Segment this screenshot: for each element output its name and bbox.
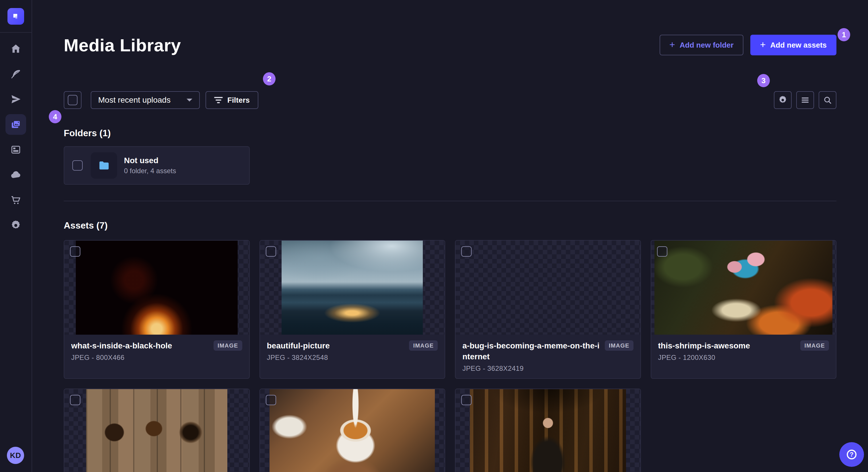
sidebar-item-marketplace[interactable] [5,190,26,210]
asset-card[interactable]: what-s-inside-a-black-hole JPEG - 800X46… [64,240,250,379]
asset-thumbnail [64,389,249,472]
help-icon: ? [847,450,857,460]
sidebar-item-media-library[interactable] [5,114,26,135]
asset-image-code-laptop [477,241,619,335]
asset-text: beautiful-picture JPEG - 3824X2548 [267,340,334,362]
header-actions: + Add new folder + Add new assets [660,35,836,55]
annotation-badge-2: 2 [263,72,276,86]
asset-image-coffee-art [270,389,435,472]
content-icon [10,144,22,156]
sidebar-item-deploy[interactable] [5,165,26,185]
sidebar: KD [0,0,32,472]
paper-plane-icon [10,94,22,105]
strapi-logo[interactable] [7,8,24,25]
asset-image-black-hole [76,241,238,335]
assets-grid: what-s-inside-a-black-hole JPEG - 800X46… [64,240,836,472]
add-new-assets-label: Add new assets [770,41,827,49]
sidebar-item-content-manager[interactable] [5,139,26,160]
asset-image-mountains [282,241,423,335]
asset-card[interactable]: coffee-beans JPEG - 5021X3347 IMAGE [64,389,250,472]
assets-heading: Assets (7) [64,220,836,231]
sidebar-item-releases[interactable] [5,89,26,109]
asset-card[interactable]: coffee-art JPEG - 5824X3259 IMAGE [259,389,445,472]
asset-type-badge: IMAGE [409,340,438,351]
user-avatar[interactable]: KD [7,447,24,464]
search-button[interactable] [818,91,836,109]
asset-card[interactable]: the-internet-s-own-boy JPEG - 1200X707 I… [455,389,641,472]
asset-card[interactable]: this-shrimp-is-awesome JPEG - 1200X630 I… [651,240,837,379]
asset-checkbox[interactable] [461,395,472,405]
list-view-icon [801,96,810,105]
asset-name: beautiful-picture [267,340,334,351]
plus-icon: + [670,40,675,49]
plus-icon: + [760,40,766,49]
folder-tile [91,152,117,179]
add-new-assets-button[interactable]: + Add new assets [750,35,836,55]
view-options [774,91,836,109]
filter-icon [214,97,223,103]
sort-select[interactable]: Most recent uploads [91,91,200,109]
annotation-badge-1: 1 [838,28,850,41]
folder-detail: 0 folder, 4 assets [124,167,176,175]
asset-type-badge: IMAGE [605,340,633,351]
asset-checkbox[interactable] [657,246,668,257]
folder-card[interactable]: Not used 0 folder, 4 assets [64,146,250,185]
asset-footer: this-shrimp-is-awesome JPEG - 1200X630 I… [651,335,836,378]
folders-heading: Folders (1) [64,128,836,138]
asset-footer: beautiful-picture JPEG - 3824X2548 IMAGE [260,335,445,378]
cloud-icon [10,169,22,181]
asset-footer: what-s-inside-a-black-hole JPEG - 800X46… [64,335,249,378]
folder-text: Not used 0 folder, 4 assets [124,156,176,175]
asset-text: what-s-inside-a-black-hole JPEG - 800X46… [71,340,177,362]
annotation-badge-3: 3 [757,74,770,87]
asset-type-badge: IMAGE [800,340,829,351]
add-new-folder-button[interactable]: + Add new folder [660,35,743,55]
asset-image-coffee-beans [86,389,227,472]
asset-thumbnail [260,389,445,472]
asset-meta: JPEG - 800X466 [71,353,177,362]
asset-meta: JPEG - 3824X2548 [267,353,334,362]
help-button[interactable]: ? [839,442,864,467]
asset-thumbnail [651,241,836,335]
toolbar: Most recent uploads Filters [64,91,836,109]
feather-icon [10,68,22,80]
page-header: Media Library + Add new folder + Add new… [64,0,836,67]
asset-thumbnail [456,389,640,472]
asset-thumbnail [456,241,640,335]
grid-settings-button[interactable] [774,91,792,109]
list-view-button[interactable] [796,91,814,109]
folder-checkbox[interactable] [72,160,83,171]
filters-button[interactable]: Filters [206,91,258,109]
asset-checkbox[interactable] [266,246,276,257]
home-icon [10,43,22,55]
media-library-page: KD Media Library + Add new folder + Add … [0,0,868,472]
asset-checkbox[interactable] [461,246,472,257]
asset-checkbox[interactable] [266,395,276,405]
sidebar-item-settings[interactable] [5,215,26,236]
asset-thumbnail [64,241,249,335]
asset-footer: a-bug-is-becoming-a-meme-on-the-internet… [456,335,640,378]
folder-name: Not used [124,156,176,165]
sidebar-divider [0,32,32,33]
sidebar-item-content-builder[interactable] [5,64,26,84]
select-all-checkbox[interactable] [68,95,78,105]
asset-name: a-bug-is-becoming-a-meme-on-the-internet [462,340,605,362]
asset-card[interactable]: a-bug-is-becoming-a-meme-on-the-internet… [455,240,641,379]
add-new-folder-label: Add new folder [680,41,734,49]
filters-label: Filters [227,96,250,105]
asset-type-badge: IMAGE [214,340,242,351]
strapi-logo-icon [11,12,20,21]
cart-icon [10,194,22,206]
sidebar-nav [0,36,32,238]
asset-card[interactable]: beautiful-picture JPEG - 3824X2548 IMAGE [259,240,445,379]
section-divider [64,201,836,201]
asset-checkbox[interactable] [70,395,81,405]
media-library-icon [10,119,22,131]
settings-icon [778,95,787,105]
asset-thumbnail [260,241,445,335]
folder-icon [98,159,110,172]
asset-checkbox[interactable] [70,246,81,257]
asset-text: this-shrimp-is-awesome JPEG - 1200X630 [658,340,755,362]
select-all-checkbox-button[interactable] [64,91,82,109]
sidebar-item-home[interactable] [5,38,26,59]
